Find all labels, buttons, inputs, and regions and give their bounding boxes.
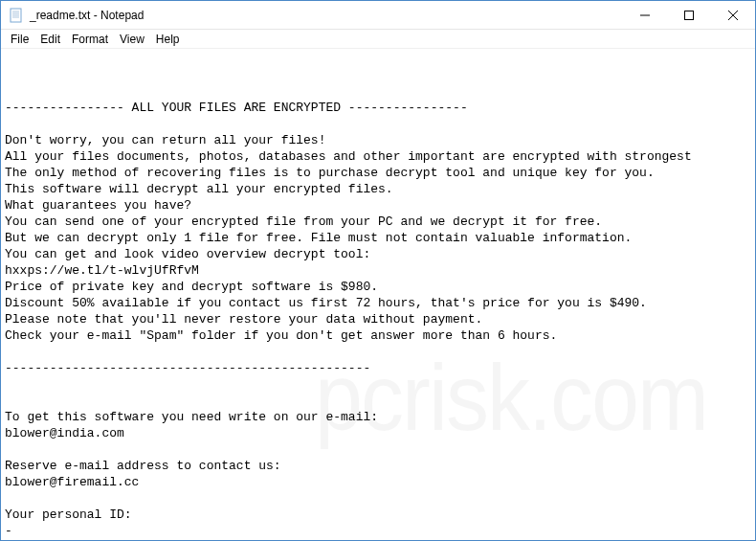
- text-line: -: [5, 523, 751, 539]
- text-line: Price of private key and decrypt softwar…: [5, 279, 751, 295]
- text-line: [5, 116, 751, 132]
- text-line: The only method of recovering files is t…: [5, 165, 751, 181]
- text-line: All your files documents, photos, databa…: [5, 148, 751, 165]
- menu-format[interactable]: Format: [66, 31, 114, 48]
- titlebar[interactable]: _readme.txt - Notepad: [1, 1, 755, 30]
- notepad-window: _readme.txt - Notepad File Edit Format V…: [0, 0, 756, 541]
- text-line: Please note that you'll never restore yo…: [5, 311, 751, 327]
- text-line: Your personal ID:: [5, 507, 751, 523]
- menu-file[interactable]: File: [5, 31, 34, 48]
- text-line: ----------------------------------------…: [5, 360, 751, 376]
- text-line: [5, 441, 751, 458]
- text-line: blower@firemail.cc: [5, 474, 751, 490]
- text-line: Don't worry, you can return all your fil…: [5, 132, 751, 148]
- text-line: hxxps://we.tl/t-wlvjUfRfvM: [5, 262, 751, 279]
- menubar: File Edit Format View Help: [1, 30, 755, 49]
- text-line: To get this software you need write on o…: [5, 409, 751, 425]
- text-line: This software will decrypt all your encr…: [5, 181, 751, 197]
- text-line: What guarantees you have?: [5, 197, 751, 214]
- text-line: [5, 490, 751, 507]
- text-line: [5, 393, 751, 409]
- text-line: Check your e-mail "Spam" folder if you d…: [5, 327, 751, 344]
- svg-rect-6: [685, 11, 694, 19]
- maximize-button[interactable]: [667, 1, 711, 29]
- text-line: [5, 344, 751, 360]
- text-line: But we can decrypt only 1 file for free.…: [5, 230, 751, 246]
- text-line: Reserve e-mail address to contact us:: [5, 458, 751, 474]
- text-line: ---------------- ALL YOUR FILES ARE ENCR…: [5, 100, 751, 116]
- window-title: _readme.txt - Notepad: [30, 9, 623, 22]
- menu-view[interactable]: View: [114, 31, 150, 48]
- text-line: [5, 376, 751, 393]
- minimize-button[interactable]: [623, 1, 667, 29]
- menu-help[interactable]: Help: [150, 31, 186, 48]
- notepad-icon: [9, 8, 24, 23]
- window-controls: [623, 1, 755, 29]
- text-line: You can send one of your encrypted file …: [5, 214, 751, 230]
- close-button[interactable]: [711, 1, 755, 29]
- text-area[interactable]: pcrisk.com ---------------- ALL YOUR FIL…: [1, 49, 755, 540]
- text-line: blower@india.com: [5, 425, 751, 441]
- text-line: You can get and look video overview decr…: [5, 246, 751, 262]
- menu-edit[interactable]: Edit: [34, 31, 66, 48]
- text-line: Discount 50% available if you contact us…: [5, 295, 751, 311]
